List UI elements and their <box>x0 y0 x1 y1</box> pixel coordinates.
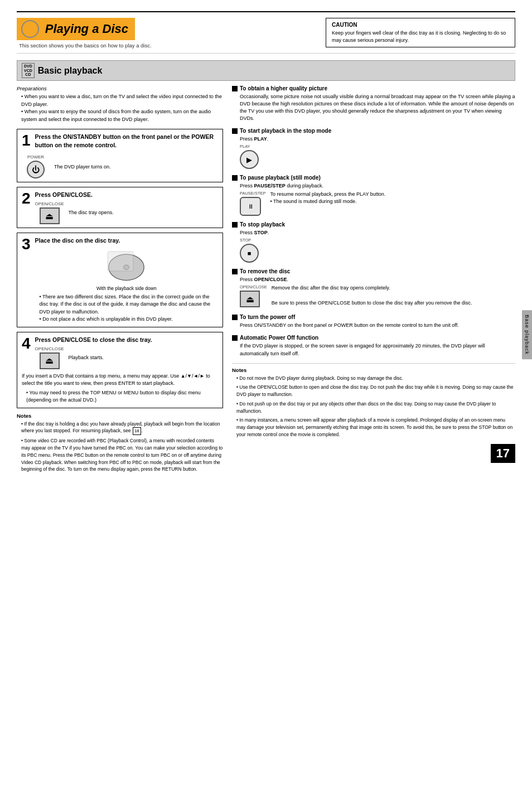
step-1-number: 1 <box>22 133 31 148</box>
open-close-button-icon: ⏏ <box>40 207 60 224</box>
left-notes-section: Notes If the disc tray is holding a disc… <box>17 413 223 474</box>
stop-mode-press: Press PLAY. <box>232 136 515 143</box>
side-tab: Base playback <box>522 310 532 359</box>
badge-vcd: VCD <box>24 69 32 73</box>
caution-box: CAUTION Keep your fingers well clear of … <box>326 18 515 47</box>
step-3-content: Place the disc on the disc tray. With th… <box>35 236 218 323</box>
auto-power-text: If the DVD player is stopped, or the scr… <box>232 342 515 357</box>
disc-badge: DVD VCD CD <box>22 63 35 78</box>
quality-title: To obtain a higher quality picture <box>232 85 515 91</box>
caution-text: Keep your fingers well clear of the disc… <box>332 30 509 44</box>
left-column: Preparations When you want to view a dis… <box>17 85 223 475</box>
step-3-box: 3 Place the disc on the disc tray. With … <box>17 233 223 327</box>
stop-mode-inner: PLAY ▶ <box>232 144 515 169</box>
remove-title: To remove the disc <box>232 268 515 274</box>
step-4-info: If you insert a DVD that contains a top … <box>22 373 218 387</box>
preparations-label: Preparations <box>17 85 223 91</box>
bullet-square-remove <box>232 269 238 274</box>
remove-press: Press OPEN/CLOSE. <box>232 276 515 283</box>
step-4-right: Press OPEN/CLOSE to close the disc tray.… <box>35 336 152 369</box>
play-bold: PLAY <box>254 136 267 142</box>
play-button-area: PLAY ▶ <box>240 144 259 169</box>
step-4-inner: OPEN/CLOSE ⏏ Playback starts. <box>35 346 152 369</box>
right-note-4: In many instances, a menu screen will ap… <box>236 417 515 438</box>
pause-title-text: To pause playback (still mode) <box>240 175 321 181</box>
disc-area: With the playback side down <box>35 247 218 291</box>
pause-label: PAUSE/STEP <box>240 191 266 196</box>
page-number-area: 17 <box>232 444 515 463</box>
title-area: Playing a Disc This section shows you th… <box>17 18 315 49</box>
pause-button-area: PAUSE/STEP ⏸ <box>240 191 266 216</box>
quality-text: Occasionally, some picture noise not usu… <box>232 93 515 122</box>
step-3-number: 3 <box>22 236 31 252</box>
pause-bold: PAUSE/STEP <box>254 183 286 189</box>
stop-mode-title-text: To start playback in the stop mode <box>240 128 331 134</box>
power-button-icon: ⏻ <box>27 161 45 178</box>
right-notes-list: Do not move the DVD player during playba… <box>232 375 515 438</box>
right-item-quality: To obtain a higher quality picture Occas… <box>232 85 515 122</box>
play-label: PLAY <box>240 144 259 149</box>
page-subtitle: This section shows you the basics on how… <box>19 42 315 49</box>
step-2-number: 2 <box>22 191 31 206</box>
step-1-box: 1 Press the ON/STANDBY button on the fro… <box>17 129 223 182</box>
stop-button-area: STOP ■ <box>240 238 259 263</box>
main-content: Preparations When you want to view a dis… <box>17 85 515 475</box>
right-notes-title: Notes <box>232 367 515 373</box>
step-2-content: Press OPEN/CLOSE. OPEN/CLOSE ⏏ The disc … <box>35 191 218 224</box>
left-notes-list: If the disc tray is holding a disc you h… <box>17 421 223 474</box>
step-2-title: Press OPEN/CLOSE. <box>35 191 218 199</box>
prep-list: When you want to view a disc, turn on th… <box>17 93 223 123</box>
page-title: Playing a Disc <box>45 22 128 36</box>
bullet-square-auto-power <box>232 335 238 341</box>
pause-title: To pause playback (still mode) <box>232 175 515 181</box>
left-note-1: If the disc tray is holding a disc you h… <box>21 421 223 436</box>
step-4-subnote: You may need to press the TOP MENU or ME… <box>26 389 218 404</box>
step-4-number: 4 <box>22 336 31 351</box>
right-item-remove: To remove the disc Press OPEN/CLOSE. OPE… <box>232 268 515 308</box>
openclose-bold: OPEN/CLOSE <box>254 277 287 282</box>
right-notes-section: Notes Do not move the DVD player during … <box>232 363 515 438</box>
pause-button-icon: ⏸ <box>240 197 261 216</box>
stop-label: STOP <box>240 238 259 243</box>
play-button-icon: ▶ <box>240 150 259 169</box>
right-item-stop-mode: To start playback in the stop mode Press… <box>232 128 515 169</box>
step-4-title: Press OPEN/CLOSE to close the disc tray. <box>35 336 152 344</box>
left-notes-title: Notes <box>17 413 223 419</box>
step-4-desc: Playback starts. <box>69 354 104 361</box>
bullet-square-power-off <box>232 315 238 320</box>
step-1-title: Press the ON/STANDBY button on the front… <box>35 133 218 149</box>
section-header: DVD VCD CD Basic playback <box>17 60 515 81</box>
step-1-icon-area: POWER ⏻ <box>22 154 50 178</box>
power-off-text: Press ON/STANDBY on the front panel or P… <box>232 322 515 329</box>
step-1-button-label: POWER <box>27 154 44 160</box>
step-2-box: 2 Press OPEN/CLOSE. OPEN/CLOSE ⏏ The dis… <box>17 187 223 228</box>
step-1-inner: POWER ⏻ The DVD player turns on. <box>22 154 218 178</box>
caution-title: CAUTION <box>332 22 509 28</box>
step-4-eject-icon: ⏏ <box>40 352 60 369</box>
remove-eject-icon: ⏏ <box>240 291 260 307</box>
step-4-subnotes: You may need to press the TOP MENU or ME… <box>22 389 218 404</box>
step-2-icon-area: OPEN/CLOSE ⏏ <box>35 201 64 224</box>
power-off-title-text: To turn the power off <box>240 314 295 320</box>
step-4-icon-area: OPEN/CLOSE ⏏ <box>35 346 64 369</box>
step-2-inner: OPEN/CLOSE ⏏ The disc tray opens. <box>35 201 218 224</box>
step-2-button-label: OPEN/CLOSE <box>35 201 64 206</box>
right-column: To obtain a higher quality picture Occas… <box>232 85 515 475</box>
badge-dvd: DVD <box>24 64 32 69</box>
section-title: Basic playback <box>38 66 103 76</box>
pause-press: Press PAUSE/STEP during playback. <box>232 182 515 190</box>
right-item-pause: To pause playback (still mode) Press PAU… <box>232 175 515 216</box>
stop-title-text: To stop playback <box>240 221 285 228</box>
right-item-stop: To stop playback Press STOP. STOP ■ <box>232 221 515 263</box>
remove-sub: Remove the disc after the disc tray open… <box>272 284 472 306</box>
pause-resume-text: To resume normal playback, press the PLA… <box>270 191 386 205</box>
bullet-square-stop <box>232 222 238 228</box>
step-3-notes: There are two different disc sizes. Plac… <box>35 293 218 323</box>
remove-button-area: OPEN/CLOSE ⏏ <box>240 284 267 308</box>
bullet-square-stop-mode <box>232 128 238 134</box>
stop-mode-title: To start playback in the stop mode <box>232 128 515 134</box>
auto-power-title: Automatic Power Off function <box>232 335 515 341</box>
stop-press: Press STOP. <box>232 229 515 236</box>
prep-item-2: When you want to enjoy the sound of disc… <box>21 108 223 123</box>
ref-18: 18 <box>133 427 141 435</box>
